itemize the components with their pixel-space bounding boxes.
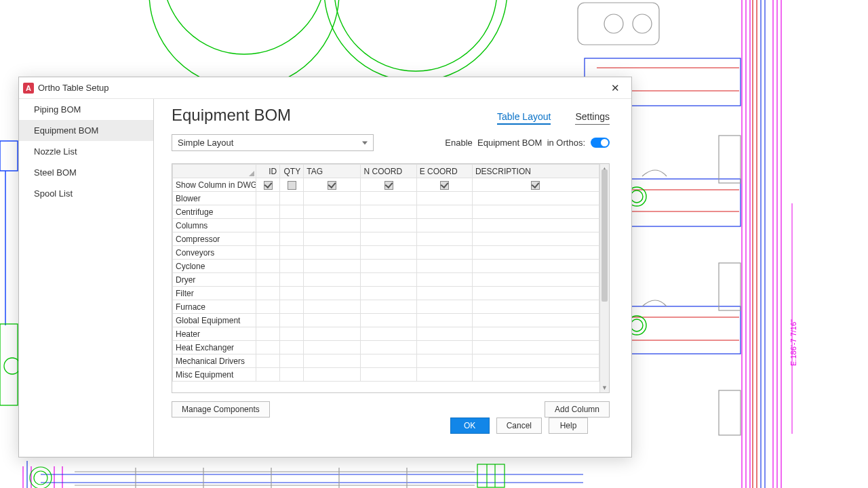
cell[interactable] — [304, 300, 361, 314]
ok-button[interactable]: OK — [450, 418, 490, 434]
cell[interactable] — [472, 273, 599, 287]
row-columns[interactable]: Columns — [173, 219, 256, 232]
cell[interactable] — [256, 368, 280, 382]
cell[interactable] — [304, 260, 361, 273]
show-col-checkbox-4[interactable] — [416, 178, 472, 192]
cell[interactable] — [416, 300, 472, 314]
show-col-checkbox-0[interactable] — [256, 178, 280, 192]
cell[interactable] — [256, 219, 280, 232]
cell[interactable] — [361, 341, 416, 354]
show-col-checkbox-2[interactable] — [304, 178, 361, 192]
cell[interactable] — [256, 300, 280, 314]
cell[interactable] — [472, 354, 599, 368]
col-header-ncoord[interactable]: N COORD — [361, 165, 416, 178]
cancel-button[interactable]: Cancel — [496, 418, 542, 434]
tab-table-layout[interactable]: Table Layout — [497, 111, 551, 125]
cell[interactable] — [256, 192, 280, 205]
cell[interactable] — [416, 192, 472, 205]
cell[interactable] — [256, 287, 280, 300]
grid-scrollbar[interactable]: ▲ ▼ — [599, 164, 609, 392]
cell[interactable] — [280, 260, 304, 273]
cell[interactable] — [280, 232, 304, 246]
row-mechanical-drivers[interactable]: Mechanical Drivers — [173, 354, 256, 368]
col-header-ecoord[interactable]: E COORD — [416, 165, 472, 178]
cell[interactable] — [361, 246, 416, 260]
row-filter[interactable]: Filter — [173, 287, 256, 300]
cell[interactable] — [304, 354, 361, 368]
cell[interactable] — [256, 327, 280, 341]
show-col-checkbox-1[interactable] — [280, 178, 304, 192]
cell[interactable] — [472, 287, 599, 300]
row-heat-exchanger[interactable]: Heat Exchanger — [173, 341, 256, 354]
cell[interactable] — [472, 341, 599, 354]
sidebar-item-spool-list[interactable]: Spool List — [19, 183, 153, 204]
cell[interactable] — [256, 354, 280, 368]
cell[interactable] — [472, 219, 599, 232]
cell[interactable] — [304, 368, 361, 382]
grid-corner[interactable] — [173, 165, 256, 178]
cell[interactable] — [472, 246, 599, 260]
cell[interactable] — [472, 314, 599, 327]
cell[interactable] — [416, 205, 472, 219]
cell[interactable] — [361, 368, 416, 382]
row-global-equipment[interactable]: Global Equipment — [173, 314, 256, 327]
cell[interactable] — [472, 192, 599, 205]
cell[interactable] — [416, 232, 472, 246]
cell[interactable] — [256, 246, 280, 260]
cell[interactable] — [256, 314, 280, 327]
cell[interactable] — [280, 273, 304, 287]
sidebar-item-equipment-bom[interactable]: Equipment BOM — [19, 120, 153, 141]
cell[interactable] — [280, 205, 304, 219]
row-compressor[interactable]: Compressor — [173, 232, 256, 246]
layout-dropdown[interactable]: Simple Layout — [172, 134, 374, 151]
cell[interactable] — [280, 327, 304, 341]
cell[interactable] — [304, 314, 361, 327]
cell[interactable] — [280, 192, 304, 205]
show-col-checkbox-5[interactable] — [472, 178, 599, 192]
col-header-tag[interactable]: TAG — [304, 165, 361, 178]
scroll-down-icon[interactable]: ▼ — [600, 383, 609, 392]
cell[interactable] — [304, 246, 361, 260]
cell[interactable] — [416, 341, 472, 354]
cell[interactable] — [416, 368, 472, 382]
cell[interactable] — [361, 300, 416, 314]
col-header-qty[interactable]: QTY — [280, 165, 304, 178]
row-conveyors[interactable]: Conveyors — [173, 246, 256, 260]
cell[interactable] — [361, 192, 416, 205]
cell[interactable] — [361, 327, 416, 341]
cell[interactable] — [416, 287, 472, 300]
cell[interactable] — [416, 219, 472, 232]
cell[interactable] — [280, 246, 304, 260]
add-column-button[interactable]: Add Column — [545, 401, 610, 418]
cell[interactable] — [304, 327, 361, 341]
cell[interactable] — [472, 260, 599, 273]
cell[interactable] — [416, 314, 472, 327]
cell[interactable] — [304, 205, 361, 219]
cell[interactable] — [280, 287, 304, 300]
sidebar-item-piping-bom[interactable]: Piping BOM — [19, 99, 153, 120]
cell[interactable] — [304, 273, 361, 287]
help-button[interactable]: Help — [549, 418, 588, 434]
cell[interactable] — [280, 354, 304, 368]
cell[interactable] — [361, 219, 416, 232]
cell[interactable] — [304, 341, 361, 354]
row-cyclone[interactable]: Cyclone — [173, 260, 256, 273]
cell[interactable] — [361, 287, 416, 300]
close-icon[interactable]: ✕ — [604, 80, 626, 96]
cell[interactable] — [472, 300, 599, 314]
cell[interactable] — [416, 354, 472, 368]
cell[interactable] — [361, 205, 416, 219]
cell[interactable] — [256, 273, 280, 287]
cell[interactable] — [416, 273, 472, 287]
cell[interactable] — [472, 327, 599, 341]
cell[interactable] — [472, 232, 599, 246]
cell[interactable] — [256, 232, 280, 246]
cell[interactable] — [416, 327, 472, 341]
cell[interactable] — [472, 205, 599, 219]
manage-components-button[interactable]: Manage Components — [172, 401, 270, 418]
show-col-checkbox-3[interactable] — [361, 178, 416, 192]
cell[interactable] — [361, 232, 416, 246]
cell[interactable] — [256, 260, 280, 273]
scroll-thumb[interactable] — [601, 169, 608, 302]
tab-settings[interactable]: Settings — [575, 111, 610, 125]
